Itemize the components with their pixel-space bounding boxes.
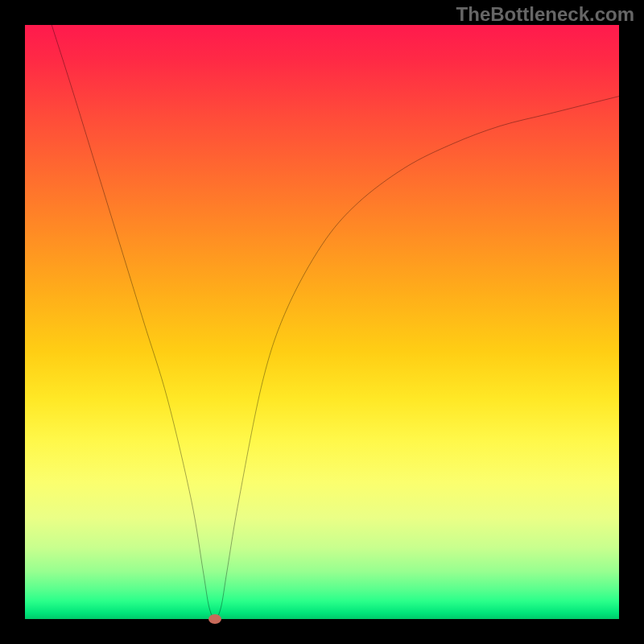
chart-container: TheBottleneck.com xyxy=(0,0,644,644)
bottleneck-curve xyxy=(52,25,619,619)
plot-area xyxy=(25,25,619,619)
watermark-text: TheBottleneck.com xyxy=(456,3,634,26)
curve-layer xyxy=(25,25,619,619)
optimum-marker xyxy=(208,614,221,624)
